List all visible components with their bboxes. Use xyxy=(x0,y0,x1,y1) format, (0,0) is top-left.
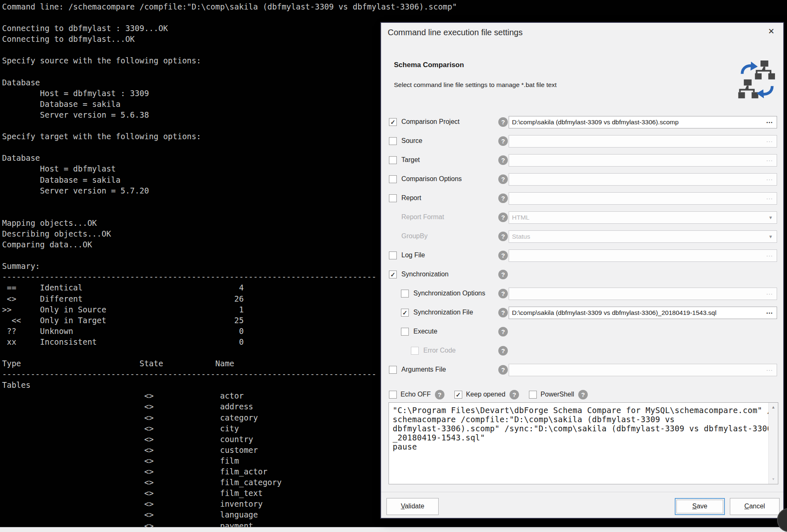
help-icon[interactable]: ? xyxy=(498,213,508,222)
execute-label: Execute xyxy=(413,328,437,335)
powershell-label: PowerShell xyxy=(541,391,574,398)
report-format-select: HTML ▼ xyxy=(509,211,777,224)
browse-button: … xyxy=(766,193,773,201)
comparison-project-label: Comparison Project xyxy=(401,118,460,126)
cancel-button[interactable]: Cancel xyxy=(730,498,780,515)
help-icon[interactable]: ? xyxy=(498,270,508,279)
groupby-row: GroupBy ? Status ▼ xyxy=(381,230,783,243)
arguments-file-row: ✓ Arguments File ? … xyxy=(381,364,783,376)
check-icon: ✓ xyxy=(389,118,396,126)
echo-off-label: Echo OFF xyxy=(401,391,431,398)
error-code-label: Error Code xyxy=(423,347,456,354)
help-icon[interactable]: ? xyxy=(498,155,508,165)
source-label: Source xyxy=(401,137,422,145)
synchronization-checkbox[interactable]: ✓ xyxy=(389,271,397,278)
scroll-up-icon[interactable]: ▲ xyxy=(769,403,778,411)
comparison-options-label: Comparison Options xyxy=(401,175,462,183)
powershell-checkbox[interactable]: ✓ xyxy=(529,391,537,399)
report-label: Report xyxy=(401,194,421,202)
check-icon: ✓ xyxy=(401,309,408,316)
target-label: Target xyxy=(401,156,420,164)
arguments-file-checkbox[interactable]: ✓ xyxy=(389,366,397,374)
help-icon[interactable]: ? xyxy=(509,390,519,399)
help-icon[interactable]: ? xyxy=(498,174,508,184)
validate-button[interactable]: Validate xyxy=(386,498,439,515)
synchronization-row: ✓ Synchronization ? xyxy=(381,268,783,281)
comparison-project-checkbox[interactable]: ✓ xyxy=(389,118,397,126)
comparison-project-field[interactable]: D:\comp\sakila (dbfmylast-3309 vs dbfmyl… xyxy=(509,116,777,128)
browse-button: … xyxy=(766,155,773,163)
report-checkbox[interactable]: ✓ xyxy=(389,194,397,202)
comparison-options-checkbox[interactable]: ✓ xyxy=(389,175,397,183)
help-icon[interactable]: ? xyxy=(498,346,508,355)
save-button[interactable]: Save xyxy=(675,498,725,515)
window-bottom-edge xyxy=(0,527,787,532)
help-icon[interactable]: ? xyxy=(498,193,508,203)
synchronization-options-row: ✓ Synchronization Options ? … xyxy=(381,288,783,300)
keep-opened-option: ✓ Keep opened ? xyxy=(454,390,519,399)
help-icon[interactable]: ? xyxy=(498,327,508,336)
help-icon[interactable]: ? xyxy=(498,308,508,317)
synchronization-file-label: Synchronization File xyxy=(413,309,473,316)
log-file-checkbox[interactable]: ✓ xyxy=(389,251,397,259)
source-row: ✓ Source ? … xyxy=(381,135,783,148)
dialog-title: Command line execution file settings xyxy=(388,28,523,37)
synchronization-file-row: ✓ Synchronization File ? D:\comp\sakila … xyxy=(381,307,783,319)
synchronization-file-field[interactable]: D:\comp\sakila (dbfmylast-3309 vs dbfmyl… xyxy=(509,307,777,319)
scroll-down-icon[interactable]: ▼ xyxy=(769,475,778,484)
arguments-file-field: … xyxy=(509,364,777,376)
help-icon[interactable]: ? xyxy=(498,365,508,375)
textarea-scrollbar[interactable]: ▲ ▼ xyxy=(768,403,778,484)
arguments-file-label: Arguments File xyxy=(401,366,446,373)
browse-button: … xyxy=(766,365,773,373)
help-icon[interactable]: ? xyxy=(498,289,508,298)
comparison-options-row: ✓ Comparison Options ? … xyxy=(381,173,783,186)
help-icon[interactable]: ? xyxy=(498,232,508,241)
bat-file-textarea[interactable]: "C:\Program Files\Devart\dbForge Schema … xyxy=(389,402,778,484)
comparison-project-row: ✓ Comparison Project ? D:\comp\sakila (d… xyxy=(381,116,783,128)
source-field: … xyxy=(509,135,777,148)
report-field: … xyxy=(509,192,777,205)
log-file-label: Log File xyxy=(401,251,425,259)
report-format-row: Report Format ? HTML ▼ xyxy=(381,211,783,224)
help-icon[interactable]: ? xyxy=(498,251,508,260)
browse-button[interactable]: … xyxy=(766,117,773,125)
error-code-checkbox: ✓ xyxy=(411,347,419,355)
groupby-select: Status ▼ xyxy=(509,230,777,243)
chevron-down-icon: ▼ xyxy=(768,215,773,220)
help-icon[interactable]: ? xyxy=(578,390,588,399)
keep-opened-checkbox[interactable]: ✓ xyxy=(454,391,462,399)
bat-options-row: ✓ Echo OFF ? ✓ Keep opened ? ✓ PowerShel… xyxy=(389,389,598,400)
chevron-down-icon: ▼ xyxy=(768,234,773,239)
schema-compare-icon xyxy=(738,59,777,101)
groupby-label: GroupBy xyxy=(401,232,427,240)
report-row: ✓ Report ? … xyxy=(381,192,783,205)
log-file-field: … xyxy=(509,249,777,262)
browse-button: … xyxy=(766,288,773,297)
bat-file-text: "C:\Program Files\Devart\dbForge Schema … xyxy=(393,406,777,451)
check-icon: ✓ xyxy=(455,391,462,398)
synchronization-file-checkbox[interactable]: ✓ xyxy=(401,309,409,317)
help-icon[interactable]: ? xyxy=(498,117,508,127)
synchronization-options-checkbox[interactable]: ✓ xyxy=(401,290,409,297)
browse-button[interactable]: … xyxy=(766,307,773,316)
close-icon[interactable]: ✕ xyxy=(766,26,777,37)
target-row: ✓ Target ? … xyxy=(381,154,783,167)
execute-row: ✓ Execute ? xyxy=(381,326,783,338)
target-field: … xyxy=(509,154,777,167)
echo-off-checkbox[interactable]: ✓ xyxy=(389,391,397,399)
check-icon: ✓ xyxy=(389,271,396,278)
command-line-settings-dialog: Command line execution file settings ✕ S… xyxy=(380,22,784,519)
execute-checkbox[interactable]: ✓ xyxy=(401,328,409,336)
keep-opened-label: Keep opened xyxy=(466,391,505,398)
browse-button: … xyxy=(766,136,773,144)
synchronization-file-value: D:\comp\sakila (dbfmylast-3309 vs dbfmyl… xyxy=(512,309,717,317)
powershell-option: ✓ PowerShell ? xyxy=(529,390,588,399)
help-icon[interactable]: ? xyxy=(498,136,508,146)
browse-button: … xyxy=(766,174,773,182)
comparison-options-field: … xyxy=(509,173,777,186)
schema-comparison-heading: Schema Comparison xyxy=(394,61,464,69)
source-checkbox[interactable]: ✓ xyxy=(389,137,397,145)
target-checkbox[interactable]: ✓ xyxy=(389,156,397,164)
help-icon[interactable]: ? xyxy=(435,390,444,399)
